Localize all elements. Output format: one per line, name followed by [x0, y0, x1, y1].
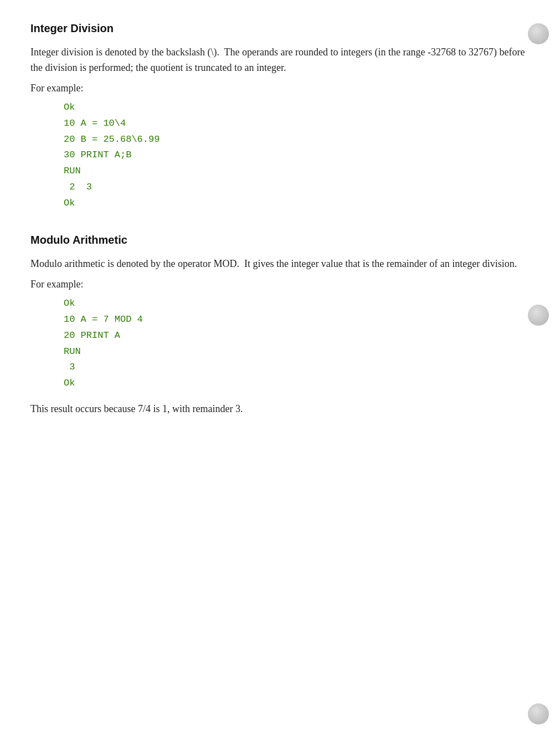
integer-division-description: Integer division is denoted by the backs… — [30, 45, 530, 76]
modulo-result-text: This result occurs because 7/4 is 1, wit… — [30, 402, 530, 417]
integer-division-for-example: For example: — [30, 83, 530, 94]
modulo-code: Ok 10 A = 7 MOD 4 20 PRINT A RUN 3 Ok — [64, 296, 530, 392]
modulo-for-example: For example: — [30, 279, 530, 290]
integer-division-section: Integer Division Integer division is den… — [30, 22, 530, 212]
scroll-indicator-top[interactable] — [528, 23, 549, 44]
scroll-indicator-bottom[interactable] — [528, 703, 549, 724]
integer-division-title: Integer Division — [30, 22, 530, 35]
modulo-arithmetic-description: Modulo arithmetic is denoted by the oper… — [30, 256, 530, 272]
integer-division-code: Ok 10 A = 10\4 20 B = 25.68\6.99 30 PRIN… — [64, 100, 530, 212]
modulo-arithmetic-title: Modulo Arithmetic — [30, 234, 530, 246]
scroll-indicator-middle[interactable] — [528, 305, 549, 326]
modulo-arithmetic-section: Modulo Arithmetic Modulo arithmetic is d… — [30, 234, 530, 417]
